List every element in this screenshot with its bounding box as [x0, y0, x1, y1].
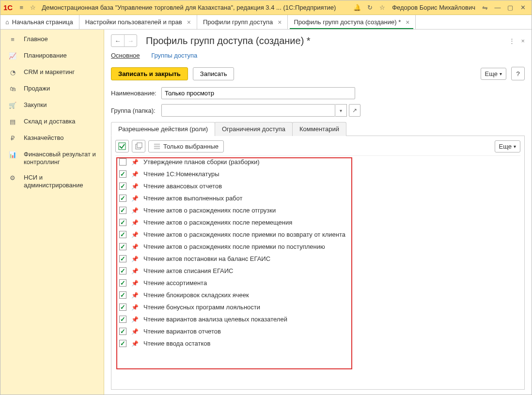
sidebar-item-purchases[interactable]: 🛒Закупки: [0, 97, 104, 114]
close-icon[interactable]: ✕: [517, 2, 529, 14]
favorite-icon[interactable]: ☆: [376, 2, 388, 14]
planning-icon: 📈: [8, 52, 17, 61]
role-row[interactable]: ✓📌Чтение блокировок складских ячеек: [115, 289, 520, 301]
history-icon[interactable]: ↻: [364, 2, 376, 14]
check-all-button[interactable]: [115, 140, 129, 152]
tab-label: Профили групп доступа: [203, 18, 273, 26]
tab-close-icon[interactable]: ×: [187, 18, 191, 26]
role-row[interactable]: ✓📌Чтение авансовых отчетов: [115, 180, 520, 192]
role-row[interactable]: ✓📌Чтение ассортимента: [115, 277, 520, 289]
help-button[interactable]: ?: [511, 67, 525, 80]
group-dropdown-button[interactable]: ▾: [335, 104, 347, 117]
role-label: Чтение актов о расхождениях после отгруз…: [143, 207, 276, 214]
tab-home[interactable]: ⌂ Начальная страница: [0, 15, 79, 29]
key-icon: 📌: [131, 171, 139, 178]
content-close-icon[interactable]: ×: [521, 37, 525, 45]
role-checkbox[interactable]: ✓: [119, 291, 126, 299]
role-checkbox[interactable]: ✓: [119, 243, 126, 250]
subnav-groups[interactable]: Группы доступа: [151, 52, 197, 59]
uncheck-all-button[interactable]: [132, 140, 145, 152]
role-label: Чтение актов о расхождениях после приемк…: [143, 243, 325, 250]
menu-icon[interactable]: ≡: [16, 2, 27, 14]
sidebar-item-planning[interactable]: 📈Планирование: [0, 48, 104, 64]
role-checkbox[interactable]: ✓: [119, 182, 126, 190]
role-checkbox[interactable]: ✓: [119, 207, 126, 214]
tab-user-settings[interactable]: Настройки пользователей и прав ×: [79, 15, 197, 29]
sidebar-item-finance[interactable]: 📊Финансовый результат и контроллинг: [0, 147, 104, 170]
cart-icon: 🛒: [8, 101, 17, 110]
bell-icon[interactable]: 🔔: [351, 2, 363, 14]
tab-label: Профиль групп доступа (создание) *: [294, 18, 401, 26]
role-row[interactable]: ✓📌Чтение бонусных программ лояльности: [115, 301, 520, 313]
sidebar-item-crm[interactable]: ◔CRM и маркетинг: [0, 64, 104, 81]
role-row[interactable]: ✓📌Чтение актов постановки на баланс ЕГАИ…: [115, 253, 520, 265]
tab-close-icon[interactable]: ×: [278, 18, 282, 26]
label-name: Наименование:: [111, 90, 157, 97]
chevron-down-icon: ▾: [500, 71, 502, 76]
sidebar-item-main[interactable]: ≡Главное: [0, 31, 104, 48]
options-icon[interactable]: ⇋: [479, 2, 491, 14]
group-open-button[interactable]: ↗: [349, 104, 360, 117]
page-title: Профиль групп доступа (создание) *: [146, 35, 311, 46]
role-row[interactable]: ✓📌Чтение актов выполненных работ: [115, 192, 520, 204]
role-row[interactable]: ✓📌Чтение актов о расхождениях после пере…: [115, 216, 520, 228]
key-icon: 📌: [131, 340, 139, 347]
sales-icon: 🛍: [8, 85, 17, 93]
app-title: Демонстрационная база "Управление торгов…: [42, 4, 351, 11]
user-name[interactable]: Федоров Борис Михайлович: [392, 4, 475, 11]
role-checkbox[interactable]: ✓: [119, 255, 126, 262]
role-checkbox[interactable]: ✓: [119, 267, 126, 274]
sidebar-item-admin[interactable]: ⚙НСИ и администрирование: [0, 170, 104, 193]
only-selected-button[interactable]: Только выбранные: [148, 140, 224, 152]
role-checkbox[interactable]: ✓: [119, 195, 126, 202]
role-row[interactable]: ✓📌Чтение ввода остатков: [115, 337, 520, 349]
role-row[interactable]: ✓📌Чтение вариантов анализа целевых показ…: [115, 313, 520, 325]
minimize-icon[interactable]: —: [492, 2, 503, 14]
kebab-icon[interactable]: ⋮: [509, 37, 515, 45]
role-label: Чтение авансовых отчетов: [143, 182, 222, 190]
tab-close-icon[interactable]: ×: [406, 18, 409, 26]
nav-back-button[interactable]: ←: [111, 35, 124, 46]
role-label: Чтение актов о расхождениях после приемк…: [143, 231, 345, 238]
role-row[interactable]: ✓📌Чтение актов о расхождениях после отгр…: [115, 204, 520, 216]
content: ← → Профиль групп доступа (создание) * ⋮…: [104, 30, 532, 395]
subtab-comment[interactable]: Комментарий: [292, 122, 346, 136]
sidebar-item-treasury[interactable]: ₽Казначейство: [0, 130, 104, 147]
role-checkbox[interactable]: ✓: [119, 328, 126, 335]
sidebar-item-sales[interactable]: 🛍Продажи: [0, 81, 104, 97]
role-checkbox[interactable]: ✓: [119, 340, 126, 347]
role-row[interactable]: ✓📌Чтение актов о расхождениях после прие…: [115, 228, 520, 241]
tab-profile-create[interactable]: Профиль групп доступа (создание) * ×: [288, 15, 416, 29]
tab-label: Настройки пользователей и прав: [85, 18, 182, 26]
role-row[interactable]: ✓📌Чтение актов о расхождениях после прие…: [115, 241, 520, 253]
roles-more-button[interactable]: Еще▾: [495, 140, 520, 152]
roles-list[interactable]: 📌Утверждение планов сборки (разборки)✓📌Ч…: [115, 155, 520, 385]
role-checkbox[interactable]: ✓: [119, 316, 126, 323]
role-label: Чтение 1С:Номенклатуры: [143, 170, 219, 178]
tab-access-profiles[interactable]: Профили групп доступа ×: [197, 15, 288, 29]
role-checkbox[interactable]: ✓: [119, 219, 126, 226]
role-checkbox[interactable]: ✓: [119, 279, 126, 287]
sidebar-item-warehouse[interactable]: ▤Склад и доставка: [0, 114, 104, 130]
save-close-button[interactable]: Записать и закрыть: [111, 67, 188, 80]
nav-forward-button[interactable]: →: [124, 35, 137, 46]
subtab-restrictions[interactable]: Ограничения доступа: [215, 122, 293, 136]
subtab-roles[interactable]: Разрешенные действия (роли): [111, 122, 215, 136]
warehouse-icon: ▤: [8, 118, 17, 126]
titlebar: 1С ≡ ☆ Демонстрационная база "Управление…: [0, 0, 532, 15]
role-row[interactable]: ✓📌Чтение вариантов отчетов: [115, 325, 520, 337]
role-checkbox[interactable]: ✓: [119, 304, 126, 311]
role-row[interactable]: ✓📌Чтение актов списания ЕГАИС: [115, 265, 520, 277]
role-row[interactable]: 📌Утверждение планов сборки (разборки): [115, 156, 520, 168]
role-checkbox[interactable]: [119, 158, 126, 166]
maximize-icon[interactable]: ▢: [504, 2, 516, 14]
more-button[interactable]: Еще▾: [481, 68, 506, 80]
role-row[interactable]: ✓📌Чтение 1С:Номенклатуры: [115, 168, 520, 180]
role-checkbox[interactable]: ✓: [119, 170, 126, 178]
save-button[interactable]: Записать: [193, 67, 235, 80]
star-icon[interactable]: ☆: [27, 2, 39, 14]
group-input[interactable]: [161, 104, 335, 117]
subnav-main[interactable]: Основное: [111, 52, 140, 59]
name-input[interactable]: [161, 87, 355, 99]
role-checkbox[interactable]: ✓: [119, 231, 126, 238]
